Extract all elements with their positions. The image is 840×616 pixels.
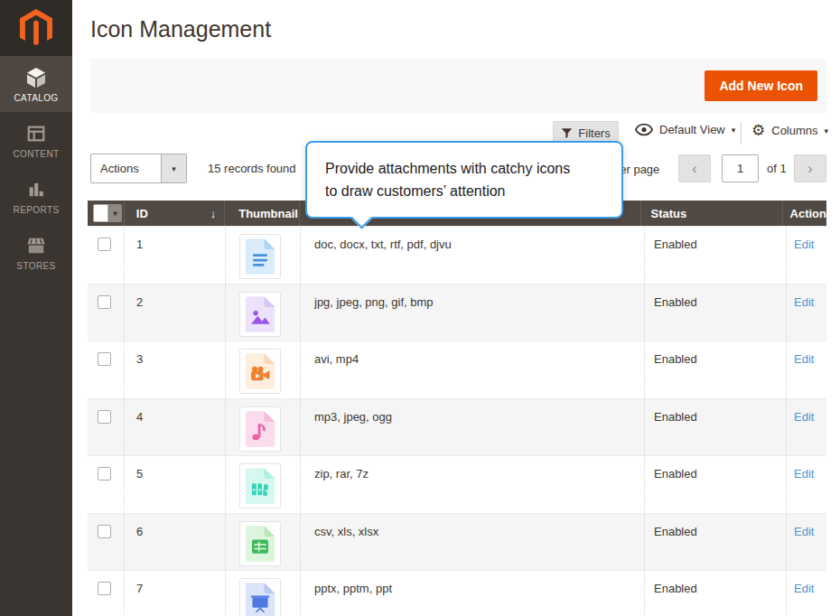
status-badge: Enabled	[644, 514, 786, 571]
table-row: 6 csv, xls, xlsx Enabled	[88, 513, 826, 571]
chevron-down-icon: ▾	[108, 204, 122, 222]
row-id: 1	[124, 227, 225, 284]
filter-funnel-icon	[561, 127, 573, 139]
page-title: Icon Management	[90, 16, 271, 42]
edit-link[interactable]: Edit	[794, 525, 814, 538]
content-icon	[24, 122, 48, 145]
page-actions-strip: Add New Icon	[90, 59, 826, 113]
select-all-checkbox[interactable]: ▾	[93, 204, 122, 222]
row-id: 3	[124, 341, 225, 398]
document-file-icon	[239, 234, 281, 279]
row-checkbox[interactable]	[98, 352, 111, 366]
header-thumbnail[interactable]: Thumbnail	[224, 201, 299, 226]
row-extensions: mp3, jpeg, ogg	[300, 399, 644, 456]
row-checkbox[interactable]	[98, 295, 111, 309]
reports-icon	[24, 178, 48, 201]
table-row: 3 avi, mp4	[88, 341, 826, 398]
edit-link[interactable]: Edit	[794, 467, 814, 481]
status-badge: Enabled	[644, 399, 786, 456]
image-file-icon	[239, 292, 281, 337]
row-checkbox[interactable]	[98, 525, 111, 538]
sidebar-item-reports[interactable]: REPORTS	[0, 168, 72, 224]
chevron-right-icon: ›	[807, 161, 812, 177]
sidebar-item-stores[interactable]: STORES	[0, 224, 72, 280]
table-row: 4 mp3, jpeg, ogg Enabled Edit	[88, 398, 826, 456]
audio-file-icon	[239, 406, 281, 452]
header-id-label: ID	[136, 207, 148, 220]
row-extensions: jpg, jpeg, png, gif, bmp	[300, 285, 644, 341]
row-extensions: zip, rar, 7z	[300, 456, 644, 513]
catalog-icon	[24, 66, 48, 89]
icon-management-page: CATALOG CONTENT	[0, 0, 840, 616]
chevron-down-icon: ▾	[732, 126, 736, 135]
previous-page-button[interactable]: ‹	[678, 154, 711, 182]
header-thumbnail-label: Thumbnail	[238, 207, 298, 220]
actions-select[interactable]: Actions ▾	[90, 154, 187, 183]
header-id[interactable]: ID ↓	[124, 201, 224, 226]
toolbar-divider	[741, 122, 742, 145]
sort-descending-icon: ↓	[210, 207, 217, 220]
edit-link[interactable]: Edit	[794, 410, 814, 424]
records-found-text: 15 records found	[208, 162, 296, 175]
tooltip-text-line1: Provide attachments with catchy icons	[325, 158, 603, 181]
table-row: 2 jpg, jpeg, png, gif, bmp Enabled Edit	[88, 284, 826, 341]
next-page-button[interactable]: ›	[794, 154, 826, 182]
sidebar-item-label: CONTENT	[13, 149, 59, 159]
total-pages-text: of 1	[767, 162, 787, 175]
chevron-down-icon: ▾	[825, 126, 829, 135]
sidebar-item-catalog[interactable]: CATALOG	[0, 56, 72, 112]
magento-logo-icon	[19, 9, 53, 47]
edit-link[interactable]: Edit	[794, 582, 814, 595]
magento-logo[interactable]	[0, 0, 72, 56]
gear-icon: ⚙	[751, 123, 765, 138]
sidebar-item-label: REPORTS	[14, 205, 60, 215]
video-file-icon	[239, 349, 281, 394]
chevron-down-icon: ▾	[172, 164, 176, 173]
header-select-all[interactable]: ▾	[88, 201, 124, 226]
row-id: 7	[124, 571, 225, 616]
actions-select-label: Actions	[91, 154, 161, 182]
status-badge: Enabled	[644, 341, 786, 398]
chevron-left-icon: ‹	[692, 161, 696, 177]
header-status[interactable]: Status	[640, 201, 781, 226]
actions-select-caret: ▾	[161, 154, 186, 182]
eye-icon	[635, 123, 653, 136]
status-badge: Enabled	[644, 571, 786, 616]
row-extensions: csv, xls, xlsx	[300, 514, 644, 571]
current-page-input[interactable]: 1	[722, 154, 759, 182]
spreadsheet-file-icon	[239, 521, 281, 566]
row-extensions: doc, docx, txt, rtf, pdf, djvu	[300, 227, 644, 284]
row-checkbox[interactable]	[98, 582, 111, 595]
tooltip-text-line2: to draw customers’ attention	[325, 181, 603, 203]
row-id: 2	[124, 285, 225, 341]
status-badge: Enabled	[644, 285, 786, 341]
stores-icon	[24, 234, 48, 257]
header-action-label: Action	[790, 207, 826, 220]
edit-link[interactable]: Edit	[794, 295, 814, 309]
header-status-label: Status	[650, 207, 686, 220]
presentation-file-icon	[239, 578, 281, 616]
columns-control[interactable]: ⚙ Columns ▾	[751, 123, 828, 138]
add-new-icon-button[interactable]: Add New Icon	[705, 70, 817, 101]
row-extensions: avi, mp4	[300, 341, 644, 398]
row-extensions: pptx, pptm, ppt	[300, 571, 644, 616]
edit-link[interactable]: Edit	[794, 238, 814, 251]
row-checkbox[interactable]	[98, 467, 111, 481]
admin-sidebar: CATALOG CONTENT	[0, 0, 72, 616]
filters-label: Filters	[578, 126, 610, 140]
row-checkbox[interactable]	[98, 410, 111, 424]
icons-table: ▾ ID ↓ Thumbnail Extensions Status Actio…	[88, 201, 826, 616]
sidebar-item-content[interactable]: CONTENT	[0, 112, 72, 168]
status-badge: Enabled	[644, 456, 786, 513]
columns-label: Columns	[771, 124, 817, 137]
default-view-control[interactable]: Default View ▾	[635, 123, 735, 136]
edit-link[interactable]: Edit	[794, 352, 814, 366]
default-view-label: Default View	[659, 123, 725, 136]
row-checkbox[interactable]	[98, 238, 111, 251]
header-action: Action	[782, 201, 826, 226]
row-id: 5	[124, 456, 225, 513]
checkbox-box	[93, 204, 108, 222]
status-badge: Enabled	[644, 227, 786, 284]
sidebar-item-label: STORES	[16, 261, 55, 271]
table-row: 7 pptx, pptm, ppt Enabled Edit	[88, 570, 826, 616]
